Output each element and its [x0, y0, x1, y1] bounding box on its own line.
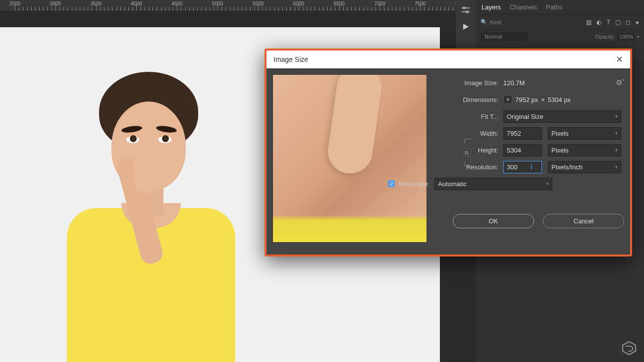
dimensions-label: Dimensions: — [435, 96, 503, 103]
width-input[interactable] — [503, 127, 542, 140]
width-unit-select[interactable]: Pixels▾ — [548, 127, 621, 140]
tab-paths[interactable]: Paths — [546, 3, 562, 11]
image-size-label: Image Size: — [435, 79, 503, 87]
resolution-unit-select[interactable]: Pixels/Inch▾ — [548, 161, 621, 173]
tab-channels[interactable]: Channels — [510, 3, 537, 11]
height-unit-select[interactable]: Pixels▾ — [548, 144, 621, 156]
dimensions-width: 7952 px — [515, 96, 538, 103]
resolution-input[interactable]: 300I — [503, 161, 542, 173]
dimensions-sep: × — [541, 96, 545, 103]
text-cursor-icon: I — [531, 162, 533, 171]
adjustments-icon[interactable] — [461, 6, 470, 14]
fit-to-label: Fit T... — [435, 113, 503, 120]
close-icon[interactable]: ✕ — [616, 54, 623, 65]
opacity-value[interactable]: 100% — [617, 33, 635, 41]
play-icon[interactable] — [462, 23, 470, 31]
blend-mode-select[interactable]: Normal — [481, 32, 528, 41]
svg-point-3 — [466, 11, 468, 13]
search-icon[interactable]: 🔍 — [481, 19, 487, 25]
filter-type-icon[interactable]: T — [606, 19, 610, 26]
width-label: Width: — [435, 130, 503, 137]
height-input[interactable] — [503, 144, 542, 156]
image-size-dialog: Image Size ✕ Image Size: 120.7M ⚙▾ Dimen… — [265, 49, 632, 257]
svg-point-1 — [463, 7, 465, 9]
image-size-value: 120.7M — [503, 79, 525, 87]
cancel-button[interactable]: Cancel — [543, 214, 624, 228]
layer-filter-bar: 🔍 Kind ▨ ◐ T ▢ ◻ ● — [476, 15, 644, 30]
preview-thumbnail[interactable] — [272, 74, 427, 243]
svg-marker-4 — [463, 24, 469, 30]
filter-toggle-icon[interactable]: ● — [636, 19, 639, 26]
dialog-title: Image Size — [273, 55, 308, 63]
link-icon[interactable]: ⛓ — [463, 149, 471, 156]
panel-tabs: Layers Channels Paths — [476, 0, 644, 15]
resample-select[interactable]: Automatic▾ — [434, 178, 552, 190]
brand-logo-icon — [621, 340, 637, 356]
dialog-titlebar[interactable]: Image Size ✕ — [267, 51, 630, 68]
chevron-down-icon[interactable]: ▾ — [637, 35, 639, 39]
svg-marker-5 — [623, 342, 636, 355]
canvas-image — [35, 72, 272, 362]
gear-icon[interactable]: ⚙▾ — [616, 78, 624, 87]
panel-tool-strip — [456, 0, 476, 50]
fit-to-select[interactable]: Original Size▾ — [503, 110, 621, 123]
filter-kind-label[interactable]: Kind — [490, 19, 501, 25]
opacity-label: Opacity: — [595, 34, 615, 40]
dimensions-height: 5304 px — [548, 96, 571, 103]
dimensions-unit-toggle[interactable]: ▾ — [503, 95, 512, 104]
constrain-proportions-link[interactable]: ⛓ — [465, 139, 477, 166]
resample-label: Resample: — [399, 180, 429, 188]
filter-adjust-icon[interactable]: ◐ — [596, 19, 601, 26]
ok-button[interactable]: OK — [453, 214, 534, 228]
resample-checkbox[interactable]: ✓ — [388, 180, 395, 187]
tab-layers[interactable]: Layers — [482, 3, 501, 11]
filter-pixel-icon[interactable]: ▨ — [586, 19, 591, 26]
filter-shape-icon[interactable]: ▢ — [615, 19, 621, 26]
filter-smart-icon[interactable]: ◻ — [626, 19, 631, 26]
blend-opacity-row: Normal Opacity: 100% ▾ — [476, 30, 644, 44]
